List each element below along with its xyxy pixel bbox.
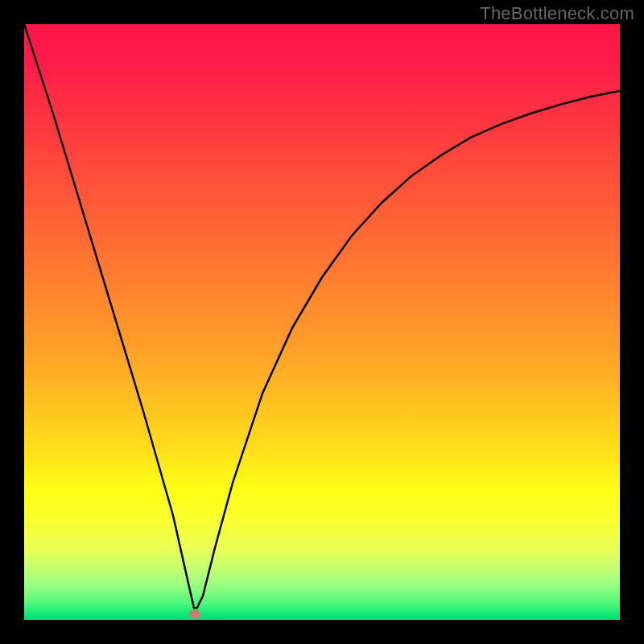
plot-area bbox=[24, 24, 620, 620]
chart-frame: TheBottleneck.com bbox=[0, 0, 644, 644]
bottleneck-curve bbox=[24, 24, 620, 608]
bottleneck-curve-svg bbox=[24, 24, 620, 620]
watermark-text: TheBottleneck.com bbox=[480, 3, 634, 24]
optimal-point-marker bbox=[189, 609, 200, 618]
